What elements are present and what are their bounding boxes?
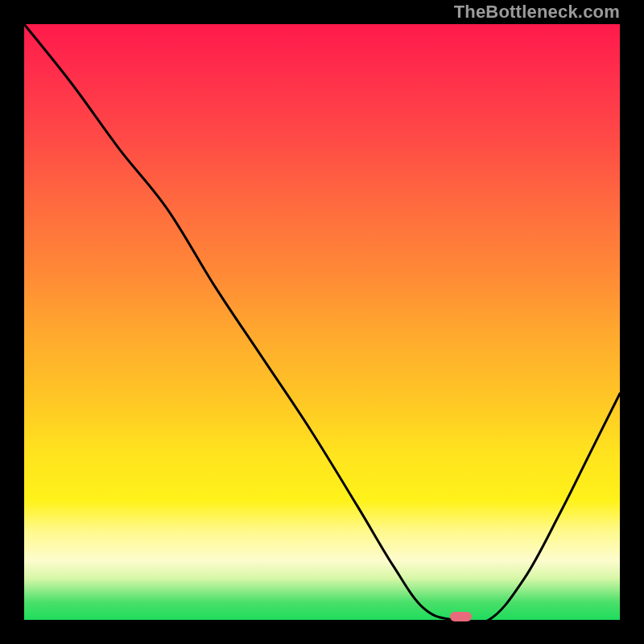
chart-frame: TheBottleneck.com	[0, 0, 644, 644]
watermark-text: TheBottleneck.com	[454, 3, 620, 21]
plot-area	[24, 24, 620, 620]
bottleneck-curve	[24, 24, 620, 620]
optimal-marker	[450, 612, 472, 621]
